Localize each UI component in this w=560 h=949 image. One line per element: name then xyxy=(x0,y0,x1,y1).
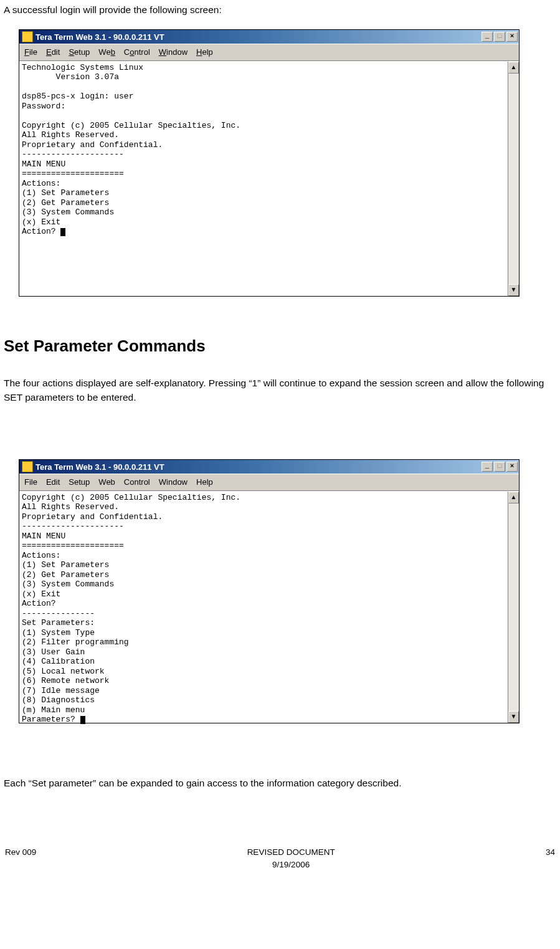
footer-center: REVISED DOCUMENT 9/19/2006 xyxy=(247,846,335,872)
terminal-area: Technologic Systems Linux Version 3.07a … xyxy=(19,61,519,296)
maximize-button[interactable]: □ xyxy=(494,32,505,42)
scroll-track[interactable] xyxy=(508,503,519,711)
scroll-down-button[interactable]: ▼ xyxy=(508,284,519,296)
menu-file[interactable]: File xyxy=(24,46,37,59)
footer-center-line1: REVISED DOCUMENT xyxy=(247,847,335,857)
minimize-button[interactable]: _ xyxy=(482,462,493,472)
scroll-up-button[interactable]: ▲ xyxy=(508,62,519,74)
teraterm-window-2: Tera Term Web 3.1 - 90.0.0.211 VT _ □ × … xyxy=(19,459,520,723)
menubar: File Edit Setup Web Control Window Help xyxy=(19,474,519,491)
scroll-down-button[interactable]: ▼ xyxy=(508,711,519,723)
scroll-track[interactable] xyxy=(508,74,519,284)
menu-help[interactable]: Help xyxy=(196,46,213,59)
terminal-output: Technologic Systems Linux Version 3.07a … xyxy=(19,62,508,296)
maximize-button[interactable]: □ xyxy=(494,462,505,472)
footer-rev: Rev 009 xyxy=(5,846,36,872)
window-title: Tera Term Web 3.1 - 90.0.0.211 VT xyxy=(36,31,480,44)
cursor-icon xyxy=(80,716,85,724)
menu-edit[interactable]: Edit xyxy=(46,476,60,489)
close-button[interactable]: × xyxy=(506,32,518,42)
titlebar: Tera Term Web 3.1 - 90.0.0.211 VT _ □ × xyxy=(19,460,519,474)
app-icon xyxy=(22,461,33,472)
scroll-up-button[interactable]: ▲ xyxy=(508,492,519,503)
intro-text: A successful login will provide the foll… xyxy=(4,2,556,17)
window-title: Tera Term Web 3.1 - 90.0.0.211 VT xyxy=(36,461,480,474)
page-footer: Rev 009 REVISED DOCUMENT 9/19/2006 34 xyxy=(4,846,556,875)
terminal-area: Copyright (c) 2005 Cellular Specialties,… xyxy=(19,491,519,723)
menu-file[interactable]: File xyxy=(24,476,37,489)
vertical-scrollbar[interactable]: ▲ ▼ xyxy=(508,62,519,296)
menu-help[interactable]: Help xyxy=(196,476,213,489)
footer-page: 34 xyxy=(546,846,555,872)
section-heading: Set Parameter Commands xyxy=(4,334,556,358)
titlebar: Tera Term Web 3.1 - 90.0.0.211 VT _ □ × xyxy=(19,30,519,44)
terminal-text: Technologic Systems Linux Version 3.07a … xyxy=(22,63,240,237)
menu-edit[interactable]: Edit xyxy=(46,46,60,59)
app-icon xyxy=(22,31,33,42)
menu-web[interactable]: Web xyxy=(98,46,115,59)
minimize-button[interactable]: _ xyxy=(482,32,493,42)
menu-web[interactable]: Web xyxy=(98,476,115,489)
menubar: File Edit Setup Web Control Window Help xyxy=(19,44,519,61)
vertical-scrollbar[interactable]: ▲ ▼ xyxy=(508,492,519,723)
cursor-icon xyxy=(60,228,65,236)
teraterm-window-1: Tera Term Web 3.1 - 90.0.0.211 VT _ □ × … xyxy=(19,29,520,297)
footer-center-line2: 9/19/2006 xyxy=(272,860,310,869)
section-paragraph: The four actions displayed are self-expl… xyxy=(4,376,556,405)
menu-window[interactable]: Window xyxy=(159,46,187,59)
terminal-text: Copyright (c) 2005 Cellular Specialties,… xyxy=(22,493,240,725)
menu-window[interactable]: Window xyxy=(159,476,187,489)
menu-control[interactable]: Control xyxy=(124,476,150,489)
closing-paragraph: Each “Set parameter” can be expanded to … xyxy=(4,776,556,790)
menu-setup[interactable]: Setup xyxy=(69,476,90,489)
terminal-output: Copyright (c) 2005 Cellular Specialties,… xyxy=(19,492,508,723)
close-button[interactable]: × xyxy=(506,462,518,472)
menu-control[interactable]: Control xyxy=(124,46,150,59)
menu-setup[interactable]: Setup xyxy=(69,46,90,59)
